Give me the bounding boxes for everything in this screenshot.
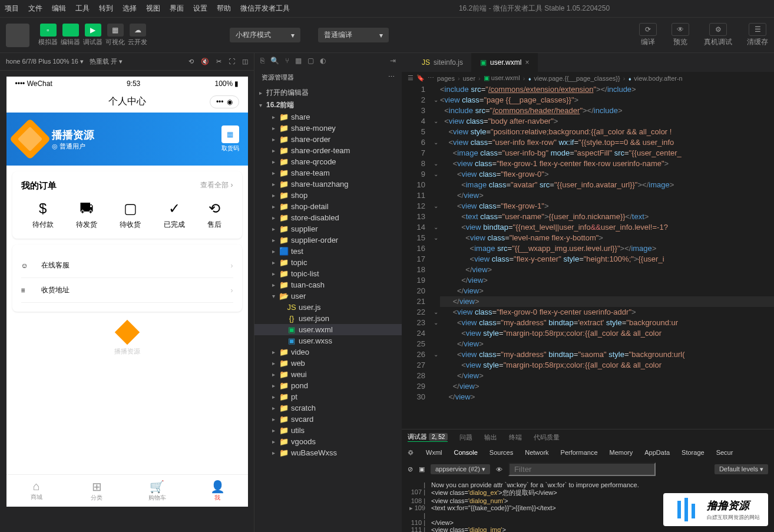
- crumb-4[interactable]: ⬧ view.body.after-n: [628, 75, 682, 82]
- bptab-终端[interactable]: 终端: [509, 433, 522, 442]
- devtab-Secur[interactable]: Secur: [716, 449, 733, 456]
- target-icon[interactable]: ◉: [227, 98, 233, 106]
- folder-share-qrcode[interactable]: ▸📁share-qrcode: [254, 156, 402, 167]
- tbr-清缓存[interactable]: ☰清缓存: [747, 23, 768, 47]
- copy-icon[interactable]: ⎘: [260, 57, 264, 65]
- menuitem-在线客服[interactable]: ☺在线客服›: [21, 253, 233, 278]
- section-project[interactable]: ▾16.2前端: [254, 99, 402, 111]
- box-icon[interactable]: ▢: [307, 57, 314, 65]
- folder-video[interactable]: ▸📁video: [254, 346, 402, 358]
- hot-reload-toggle[interactable]: 热重载 开 ▾: [90, 57, 123, 66]
- folder-share-tuanzhang[interactable]: ▸📁share-tuanzhang: [254, 179, 402, 190]
- more-icon[interactable]: ⋯: [428, 74, 434, 82]
- grid-icon[interactable]: ▦: [295, 57, 302, 65]
- filter-input[interactable]: [508, 462, 656, 476]
- menu-帮助[interactable]: 帮助: [212, 4, 236, 14]
- menu-项目[interactable]: 项目: [0, 4, 24, 14]
- tb-模拟器[interactable]: ▫模拟器: [38, 24, 58, 47]
- nav-icon[interactable]: ☰: [408, 74, 414, 82]
- bptab-输出[interactable]: 输出: [484, 433, 497, 442]
- folder-supplier[interactable]: ▸📁supplier: [254, 223, 402, 234]
- folder-share-team[interactable]: ▸📁share-team: [254, 167, 402, 179]
- folder-shop[interactable]: ▸📁shop: [254, 190, 402, 201]
- devtab-Sources[interactable]: Sources: [489, 449, 513, 456]
- folder-pt[interactable]: ▸📁pt: [254, 391, 402, 402]
- search-icon[interactable]: 🔍: [270, 57, 279, 65]
- folder-share-order-team[interactable]: ▸📁share-order-team: [254, 145, 402, 156]
- qr-icon[interactable]: ▦: [221, 125, 239, 143]
- folder-utils[interactable]: ▸📁utils: [254, 425, 402, 436]
- devtab-Performance[interactable]: Performance: [561, 449, 598, 456]
- etab-siteinfo.js[interactable]: JSsiteinfo.js: [414, 53, 472, 72]
- inspect-icon[interactable]: ⯐: [408, 449, 414, 456]
- menu-转到[interactable]: 转到: [94, 4, 118, 14]
- folder-tuan-cash[interactable]: ▸📁tuan-cash: [254, 279, 402, 290]
- bptab-调试器[interactable]: 调试器 2, 52: [408, 432, 448, 442]
- order-待收货[interactable]: ▢待收货: [120, 200, 141, 230]
- compile-select[interactable]: 普通编译▾: [318, 28, 389, 42]
- folder-share-money[interactable]: ▸📁share-money: [254, 123, 402, 134]
- folder-vgoods[interactable]: ▸📁vgoods: [254, 436, 402, 447]
- order-待付款[interactable]: $待付款: [32, 200, 54, 230]
- tb-调试器[interactable]: ▶调试器: [83, 24, 102, 47]
- popout-icon[interactable]: ◫: [242, 58, 248, 65]
- folder-user[interactable]: ▾📂user: [254, 290, 402, 302]
- code-editor[interactable]: 1234567891011121314151617181920212223242…: [402, 84, 774, 429]
- menu-界面[interactable]: 界面: [165, 4, 188, 14]
- folder-shop-detail[interactable]: ▸📁shop-detail: [254, 201, 402, 212]
- tb-可视化[interactable]: ▦可视化: [105, 24, 125, 47]
- tab-分类[interactable]: ⊞分类: [67, 480, 127, 502]
- file-user.wxml[interactable]: ▣user.wxml: [254, 324, 402, 335]
- devtab-Storage[interactable]: Storage: [682, 449, 704, 456]
- folder-pond[interactable]: ▸📁pond: [254, 380, 402, 391]
- file-user.json[interactable]: {}user.json: [254, 313, 402, 324]
- crumb-1[interactable]: user: [463, 75, 475, 82]
- menu-视图[interactable]: 视图: [141, 4, 165, 14]
- bookmark-icon[interactable]: 🔖: [416, 74, 425, 82]
- folder-web[interactable]: ▸📁web: [254, 358, 402, 369]
- folder-share-order[interactable]: ▸📁share-order: [254, 134, 402, 145]
- folder-topic-list[interactable]: ▸📁topic-list: [254, 268, 402, 279]
- clear-icon[interactable]: ⊘: [408, 465, 413, 473]
- folder-share[interactable]: ▸📁share: [254, 111, 402, 123]
- folder-svcard[interactable]: ▸📁svcard: [254, 414, 402, 425]
- bptab-问题[interactable]: 问题: [459, 433, 472, 442]
- top-icon[interactable]: ▣: [419, 465, 425, 473]
- collapse-icon[interactable]: ⇥: [390, 57, 396, 65]
- menu-编辑[interactable]: 编辑: [47, 4, 71, 14]
- order-待发货[interactable]: ⛟待发货: [76, 200, 97, 230]
- mute-icon[interactable]: 🔇: [201, 58, 209, 65]
- menu-微信开发者工具[interactable]: 微信开发者工具: [236, 4, 295, 14]
- eye-icon[interactable]: 👁: [496, 466, 502, 473]
- tbr-编译[interactable]: ⟳编译: [639, 23, 657, 47]
- branch-icon[interactable]: ⑂: [285, 57, 289, 65]
- file-user.wxss[interactable]: ▣user.wxss: [254, 335, 402, 346]
- tab-购物车[interactable]: 🛒购物车: [127, 480, 188, 502]
- cut-icon[interactable]: ✂: [216, 58, 221, 65]
- etab-user.wxml[interactable]: ▣user.wxml×: [472, 53, 538, 72]
- devtab-Wxml[interactable]: Wxml: [426, 449, 442, 456]
- mode-select[interactable]: 小程序模式▾: [230, 28, 300, 42]
- devtab-AppData[interactable]: AppData: [644, 449, 670, 456]
- menuitem-收货地址[interactable]: ≡收货地址›: [21, 278, 233, 303]
- tbr-真机调试[interactable]: ⚙真机调试: [704, 23, 732, 47]
- more-icon[interactable]: ⋯: [388, 73, 395, 82]
- folder-supplier-order[interactable]: ▸📁supplier-order: [254, 234, 402, 246]
- bptab-代码质量[interactable]: 代码质量: [534, 433, 560, 442]
- order-已完成[interactable]: ✓已完成: [164, 200, 185, 230]
- devtab-Console[interactable]: Console: [454, 449, 478, 456]
- crumb-0[interactable]: pages: [437, 75, 455, 82]
- wx-icon[interactable]: ◐: [320, 57, 326, 65]
- folder-test[interactable]: ▸🟦test: [254, 246, 402, 257]
- tb-编辑器[interactable]: 编辑器: [61, 24, 80, 47]
- file-user.js[interactable]: JSuser.js: [254, 302, 402, 313]
- context-select[interactable]: appservice (#2) ▾: [431, 464, 490, 474]
- view-all-link[interactable]: 查看全部 ›: [200, 180, 233, 191]
- menu-选择[interactable]: 选择: [118, 4, 141, 14]
- devtab-Memory[interactable]: Memory: [610, 449, 633, 456]
- order-售后[interactable]: ⟲售后: [207, 200, 221, 230]
- tab-商城[interactable]: ⌂商城: [6, 480, 67, 502]
- menu-工具[interactable]: 工具: [71, 4, 94, 14]
- folder-scratch[interactable]: ▸📁scratch: [254, 402, 402, 414]
- tab-我[interactable]: 👤我: [187, 480, 248, 502]
